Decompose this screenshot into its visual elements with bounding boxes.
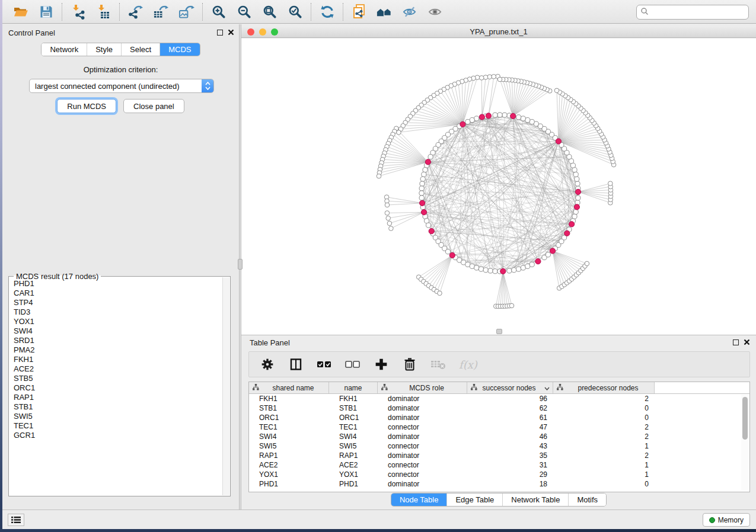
- leaf-node[interactable]: [438, 291, 442, 296]
- mcds-hub-node[interactable]: [479, 114, 484, 120]
- float-table-panel-icon[interactable]: [733, 339, 739, 345]
- table-cell[interactable]: 0: [553, 403, 655, 413]
- table-cell[interactable]: 2: [553, 422, 655, 432]
- tab-style[interactable]: Style: [87, 43, 121, 56]
- table-cell[interactable]: connector: [378, 460, 467, 470]
- ring-node[interactable]: [516, 115, 521, 120]
- ring-node[interactable]: [512, 268, 516, 273]
- ring-node[interactable]: [546, 252, 550, 257]
- result-node-item[interactable]: FKH1: [14, 355, 222, 364]
- tab-motifs[interactable]: Motifs: [568, 493, 606, 506]
- ring-node[interactable]: [470, 264, 474, 268]
- settings-gear-icon[interactable]: [260, 357, 275, 372]
- table-cell[interactable]: ACE2: [329, 460, 378, 470]
- table-cell[interactable]: dominator: [378, 432, 467, 441]
- table-scrollbar[interactable]: [741, 395, 748, 491]
- network-canvas[interactable]: [241, 39, 756, 335]
- open-folder-icon[interactable]: [12, 4, 28, 20]
- ring-node[interactable]: [572, 214, 577, 219]
- run-mcds-button[interactable]: Run MCDS: [57, 99, 116, 113]
- export-table-icon[interactable]: [153, 4, 169, 20]
- mcds-hub-node[interactable]: [500, 268, 506, 274]
- ring-node[interactable]: [529, 262, 534, 267]
- ring-node[interactable]: [474, 116, 479, 121]
- ring-node[interactable]: [493, 113, 497, 117]
- leaf-node[interactable]: [385, 211, 390, 216]
- zoom-selected-icon[interactable]: [287, 4, 303, 20]
- table-cell[interactable]: 31: [467, 460, 553, 470]
- result-scrollbar[interactable]: [222, 277, 229, 495]
- table-cell[interactable]: PHD1: [329, 479, 378, 489]
- leaf-node[interactable]: [497, 77, 502, 82]
- table-cell[interactable]: connector: [378, 441, 467, 451]
- ring-node[interactable]: [445, 249, 450, 254]
- zoom-fit-icon[interactable]: [261, 4, 277, 20]
- ring-node[interactable]: [483, 268, 488, 273]
- criterion-dropdown[interactable]: largest connected component (undirected): [29, 79, 214, 93]
- table-cell[interactable]: 29: [467, 470, 553, 479]
- result-node-item[interactable]: TEC1: [14, 421, 222, 431]
- tab-mcds[interactable]: MCDS: [160, 43, 199, 56]
- mcds-hub-node[interactable]: [511, 113, 516, 118]
- close-panel-button[interactable]: Close panel: [123, 99, 184, 113]
- leaf-node[interactable]: [585, 261, 589, 266]
- table-cell[interactable]: ORC1: [249, 413, 329, 422]
- ring-node[interactable]: [576, 196, 580, 200]
- table-cell[interactable]: 1: [553, 441, 655, 451]
- leaf-node[interactable]: [385, 203, 390, 207]
- result-node-item[interactable]: CAR1: [14, 289, 222, 298]
- table-cell[interactable]: FKH1: [249, 394, 329, 403]
- table-cell[interactable]: 46: [467, 432, 553, 441]
- result-node-item[interactable]: ACE2: [14, 364, 222, 374]
- ring-node[interactable]: [497, 113, 502, 117]
- ring-node[interactable]: [426, 223, 431, 227]
- table-cell[interactable]: dominator: [378, 413, 467, 422]
- result-node-item[interactable]: ORC1: [14, 383, 222, 393]
- ring-node[interactable]: [428, 155, 433, 159]
- table-cell[interactable]: RAP1: [249, 451, 329, 460]
- ring-node[interactable]: [420, 181, 425, 186]
- table-cell[interactable]: RAP1: [329, 451, 378, 460]
- show-columns-icon[interactable]: [288, 357, 304, 372]
- ring-node[interactable]: [419, 196, 424, 200]
- ring-node[interactable]: [575, 181, 580, 186]
- mcds-hub-node[interactable]: [420, 200, 425, 206]
- zoom-out-icon[interactable]: [236, 4, 252, 20]
- divider-grip-horizontal[interactable]: [496, 329, 502, 334]
- table-cell[interactable]: 2: [553, 394, 655, 403]
- search-input[interactable]: [649, 7, 745, 18]
- table-row[interactable]: TEC1TEC1connector472: [249, 422, 749, 432]
- column-header-successor-nodes[interactable]: successor nodes: [467, 382, 553, 393]
- table-cell[interactable]: TEC1: [329, 422, 378, 432]
- table-cell[interactable]: 43: [467, 441, 553, 451]
- table-row[interactable]: ACE2ACE2connector311: [249, 460, 749, 470]
- close-panel-icon[interactable]: [228, 29, 234, 36]
- import-table-icon[interactable]: [95, 4, 111, 20]
- ring-node[interactable]: [525, 118, 530, 123]
- column-header-shared-name[interactable]: shared name: [249, 382, 329, 393]
- result-node-item[interactable]: GCR1: [14, 431, 222, 440]
- delete-icon[interactable]: [402, 357, 417, 372]
- ring-node[interactable]: [493, 269, 497, 274]
- table-row[interactable]: STB1STB1dominator620: [249, 403, 749, 413]
- table-cell[interactable]: 62: [467, 403, 553, 413]
- leaf-node[interactable]: [479, 76, 484, 81]
- export-image-icon[interactable]: [178, 4, 194, 20]
- leaf-node[interactable]: [387, 221, 392, 226]
- ring-node[interactable]: [488, 268, 493, 273]
- table-cell[interactable]: ACE2: [249, 460, 329, 470]
- ring-node[interactable]: [465, 120, 470, 124]
- column-header-name[interactable]: name: [329, 382, 378, 393]
- table-cell[interactable]: connector: [378, 422, 467, 432]
- ring-node[interactable]: [419, 191, 424, 196]
- zoom-in-icon[interactable]: [210, 4, 227, 20]
- table-cell[interactable]: 0: [553, 479, 655, 489]
- table-cell[interactable]: dominator: [378, 394, 467, 403]
- mcds-hub-node[interactable]: [535, 259, 541, 264]
- table-cell[interactable]: SWI5: [329, 441, 378, 451]
- table-cell[interactable]: dominator: [378, 479, 467, 489]
- mcds-hub-node[interactable]: [564, 230, 570, 236]
- table-cell[interactable]: FKH1: [329, 394, 378, 403]
- table-cell[interactable]: SWI4: [249, 432, 329, 441]
- table-cell[interactable]: 0: [553, 413, 655, 422]
